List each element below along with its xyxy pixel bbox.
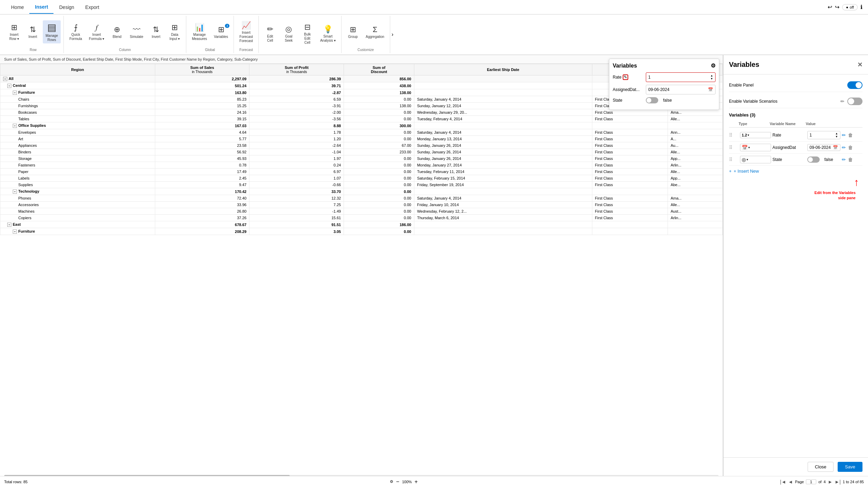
insert-formula-button[interactable]: 𝑓 InsertFormula ▾ <box>86 22 107 42</box>
info-icon[interactable]: ℹ <box>860 4 862 10</box>
side-pane-close-button[interactable]: ✕ <box>857 61 862 69</box>
variables-button[interactable]: ⊞ 3 Variables <box>211 24 231 40</box>
insert-formula-icon: 𝑓 <box>96 23 98 32</box>
edit-cell-button[interactable]: ✏ EditCell <box>262 23 279 44</box>
save-button[interactable]: Save <box>838 462 862 472</box>
var-item-state: ⠿ ◎ ▾ State false ✏ 🗑 <box>729 154 862 166</box>
date-calendar-icon[interactable]: 📅 <box>833 145 838 150</box>
annotation-text: Edit from the Variablesside pane <box>729 190 856 201</box>
aggregation-button[interactable]: Σ Aggregation <box>363 24 387 40</box>
insert-forecast-button[interactable]: 📈 InsertForecastForecast <box>237 20 256 44</box>
next-page-button[interactable]: ► <box>828 479 832 485</box>
date-var-value-text: 09-06-2024 <box>810 145 831 150</box>
state-edit-button[interactable]: ✏ <box>842 157 846 162</box>
drag-handle-date[interactable]: ⠿ <box>729 145 739 150</box>
drag-handle-rate[interactable]: ⠿ <box>729 132 739 138</box>
rate-var-value[interactable]: 1 ▲ ▼ <box>807 131 841 139</box>
rate-value-spinner[interactable]: ▲ ▼ <box>835 132 838 138</box>
col-value-header: Value <box>806 122 842 126</box>
state-var-name: State <box>772 157 806 162</box>
manage-measures-button[interactable]: 📊 ManageMeasures <box>189 22 210 42</box>
simulate-button[interactable]: 〰 Simulate <box>127 24 146 40</box>
first-page-button[interactable]: |◄ <box>780 479 786 485</box>
quick-formula-button[interactable]: ⨍ QuickFormula <box>67 22 85 42</box>
variables-float-title-text: Variables <box>613 63 637 69</box>
invert-row-button[interactable]: ⇅ Invert <box>24 24 41 40</box>
ribbon-collapse-button[interactable]: › <box>390 16 395 53</box>
rate-edit-icon[interactable]: ✎ <box>623 74 628 80</box>
table-row: Phones 72.4012.320.00 Saturday, January … <box>0 195 723 202</box>
zoom-in-button[interactable]: + <box>415 479 418 485</box>
blend-button[interactable]: ⊕ Blend <box>108 24 126 40</box>
date-var-value[interactable]: 09-06-2024 📅 <box>807 144 841 151</box>
tab-design[interactable]: Design <box>53 1 80 13</box>
expand-furniture[interactable]: − <box>13 91 17 95</box>
insert-new-icon: + <box>729 169 732 174</box>
date-type-dropdown[interactable]: 📅 ▾ <box>740 144 771 151</box>
calendar-icon[interactable]: 📅 <box>708 87 713 92</box>
rate-delete-button[interactable]: 🗑 <box>848 132 853 138</box>
date-input[interactable]: 09-06-2024 📅 <box>646 85 716 94</box>
zoom-out-button[interactable]: − <box>396 479 399 485</box>
invert-col-button[interactable]: ⇅ Invert <box>147 24 165 40</box>
rate-spinner-down[interactable]: ▼ <box>835 135 838 138</box>
tab-home[interactable]: Home <box>6 1 29 13</box>
expand-east-furniture[interactable]: − <box>13 230 17 234</box>
auto-save-toggle[interactable]: ● off <box>842 4 858 10</box>
state-var-toggle[interactable] <box>807 156 820 163</box>
state-type-dropdown[interactable]: ◎ ▾ <box>740 156 771 163</box>
pagination: |◄ ◄ Page of 4 ► ►| 1 to 24 of 85 <box>780 479 864 485</box>
expand-office[interactable]: − <box>13 124 17 128</box>
scenarios-pencil-icon[interactable]: ✏ <box>840 99 845 104</box>
expand-tech[interactable]: − <box>13 190 17 194</box>
goal-seek-button[interactable]: ◎ GoalSeek <box>280 23 297 44</box>
drag-handle-state[interactable]: ⠿ <box>729 157 739 162</box>
data-input-button[interactable]: ⊞ DataInput ▾ <box>166 22 183 42</box>
page-input[interactable] <box>806 479 816 484</box>
table-row: Tables 39.15-3.560.00 Tuesday, February … <box>0 116 723 122</box>
close-button[interactable]: Close <box>808 462 834 472</box>
prev-page-button[interactable]: ◄ <box>788 479 793 485</box>
state-delete-button[interactable]: 🗑 <box>848 157 853 162</box>
smart-analysis-button[interactable]: 💡 SmartAnalysis ▾ <box>317 23 338 44</box>
variables-float-panel: Variables ⚙ Rate ✎ 1 ▲▼ AssignedDat... <box>609 59 719 110</box>
group-button[interactable]: ⊞ Group <box>344 24 362 40</box>
rate-spinner[interactable]: ▲▼ <box>710 74 713 80</box>
expand-all[interactable]: − <box>3 77 7 81</box>
col-name-header: Variable Name <box>770 122 806 126</box>
date-edit-button[interactable]: ✏ <box>842 145 846 150</box>
state-toggle[interactable] <box>646 97 658 103</box>
settings-icon[interactable]: ⚙ <box>390 479 393 484</box>
invert-col-icon: ⇅ <box>153 25 159 34</box>
expand-east[interactable]: − <box>7 223 11 227</box>
expand-central[interactable]: − <box>7 84 11 88</box>
insert-new-button[interactable]: + + Insert New <box>729 166 862 176</box>
rate-type-dropdown[interactable]: 1.2 ▾ <box>740 132 771 138</box>
table-row: Copiers 37.2615.610.00 Thursday, March 6… <box>0 215 723 221</box>
rate-edit-button[interactable]: ✏ <box>842 132 846 138</box>
page-range: 1 to 24 of 85 <box>843 480 864 484</box>
bulk-edit-button[interactable]: ⊟ BulkEditCell <box>299 21 316 46</box>
page-label: Page <box>795 480 804 484</box>
variable-row-state: State false <box>613 97 716 103</box>
rate-actions: ✏ 🗑 <box>842 132 862 138</box>
table-row: −Technology 170.4233.700.00 <box>0 188 723 195</box>
tab-insert[interactable]: Insert <box>29 1 53 14</box>
horizontal-scrollbar[interactable] <box>4 475 719 476</box>
rate-input[interactable]: 1 ▲▼ <box>646 72 716 82</box>
date-var-name: AssignedDat <box>772 145 806 150</box>
manage-rows-button[interactable]: ▤ ManageRows <box>43 20 61 43</box>
rate-spinner-up[interactable]: ▲ <box>835 132 838 135</box>
redo-icon[interactable]: ↪ <box>835 4 839 10</box>
tab-export[interactable]: Export <box>80 1 105 13</box>
enable-panel-toggle[interactable] <box>847 81 862 89</box>
variables-gear-icon[interactable]: ⚙ <box>711 62 716 69</box>
insert-row-icon: ⊞ <box>11 23 17 32</box>
last-page-button[interactable]: ►| <box>835 479 841 485</box>
undo-icon[interactable]: ↩ <box>828 4 832 10</box>
date-actions: ✏ 🗑 <box>842 145 862 150</box>
date-delete-button[interactable]: 🗑 <box>848 145 853 150</box>
insert-row-button[interactable]: ⊞ InsertRow ▾ <box>6 22 23 42</box>
scenarios-toggle[interactable] <box>847 98 862 105</box>
rate-label-text: Rate <box>613 75 621 80</box>
